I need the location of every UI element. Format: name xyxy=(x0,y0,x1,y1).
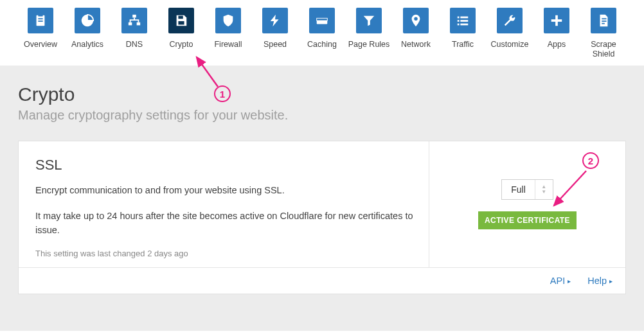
nav-label-customize: Customize xyxy=(490,40,528,49)
nav-label-traffic: Traffic xyxy=(452,40,474,49)
svg-rect-2 xyxy=(38,18,42,19)
api-link-label: API xyxy=(550,276,565,286)
stepper-arrows-icon: ▲▼ xyxy=(535,180,553,199)
ssl-mode-select[interactable]: Full ▲▼ xyxy=(501,179,553,200)
plus-icon xyxy=(544,8,569,33)
svg-rect-5 xyxy=(129,22,132,26)
page-body: Crypto Manage cryptography settings for … xyxy=(0,66,644,331)
api-link[interactable]: API ▸ xyxy=(550,276,571,286)
nav-item-speed[interactable]: Speed xyxy=(253,8,298,59)
card-footer: API ▸ Help ▸ xyxy=(19,267,625,294)
ssl-card-controls: Full ▲▼ ACTIVE CERTIFICATE xyxy=(429,141,625,267)
caret-right-icon: ▸ xyxy=(568,278,571,285)
nav-label-overview: Overview xyxy=(24,40,57,49)
nav-item-pagerules[interactable]: Page Rules xyxy=(346,8,391,59)
wrench-icon xyxy=(497,8,523,33)
svg-rect-17 xyxy=(460,24,468,26)
nav-item-customize[interactable]: Customize xyxy=(487,8,532,59)
ssl-card: SSL Encrypt communication to and from yo… xyxy=(18,141,626,294)
active-certificate-badge: ACTIVE CERTIFICATE xyxy=(478,211,577,229)
save-icon xyxy=(168,8,194,33)
nav-label-scrape: Scrape Shield xyxy=(581,40,626,59)
svg-rect-16 xyxy=(458,24,460,26)
nav-item-scrape[interactable]: Scrape Shield xyxy=(581,8,626,59)
svg-rect-4 xyxy=(132,15,136,18)
pin-icon xyxy=(403,8,429,33)
nav-item-caching[interactable]: Caching xyxy=(300,8,344,59)
nav-item-firewall[interactable]: Firewall xyxy=(206,8,251,59)
drive-icon xyxy=(309,8,335,33)
nav-label-caching: Caching xyxy=(307,40,337,49)
nav-label-analytics: Analytics xyxy=(71,40,103,49)
svg-rect-10 xyxy=(317,18,328,21)
nav-item-dns[interactable]: DNS xyxy=(112,8,157,59)
nav-label-pagerules: Page Rules xyxy=(348,40,390,49)
svg-rect-12 xyxy=(458,17,460,19)
svg-rect-6 xyxy=(137,22,141,26)
nav-item-network[interactable]: Network xyxy=(393,8,438,59)
bolt-icon xyxy=(262,8,288,33)
ssl-mode-value: Full xyxy=(502,180,535,199)
nav-label-network: Network xyxy=(401,40,431,49)
nav-label-crypto: Crypto xyxy=(170,40,193,49)
ssl-desc-1: Encrypt communication to and from your w… xyxy=(35,184,413,198)
help-link-label: Help xyxy=(587,276,607,286)
funnel-icon xyxy=(356,8,382,33)
ssl-heading: SSL xyxy=(35,157,413,173)
svg-rect-20 xyxy=(602,18,606,19)
nav-label-apps: Apps xyxy=(548,40,566,49)
list-icon xyxy=(450,8,476,33)
nav-label-firewall: Firewall xyxy=(214,40,242,49)
svg-rect-19 xyxy=(551,19,562,22)
page-subtitle: Manage cryptography settings for your we… xyxy=(18,108,626,123)
nav-item-overview[interactable]: Overview xyxy=(18,8,63,59)
nav-item-apps[interactable]: Apps xyxy=(534,8,579,59)
doc-icon xyxy=(591,8,616,33)
ssl-desc-2: It may take up to 24 hours after the sit… xyxy=(35,209,413,238)
nav-label-dns: DNS xyxy=(126,40,143,49)
nav-item-analytics[interactable]: Analytics xyxy=(65,8,110,59)
page-title: Crypto xyxy=(18,84,626,105)
ssl-card-body: SSL Encrypt communication to and from yo… xyxy=(19,141,429,267)
svg-rect-13 xyxy=(460,17,468,19)
nav-label-speed: Speed xyxy=(264,40,287,49)
pie-icon xyxy=(75,8,100,33)
svg-rect-3 xyxy=(38,21,42,22)
svg-rect-14 xyxy=(458,20,460,22)
svg-point-11 xyxy=(414,17,418,21)
svg-rect-8 xyxy=(178,21,184,24)
sitemap-icon xyxy=(121,8,147,33)
shield-icon xyxy=(215,8,241,33)
caret-right-icon: ▸ xyxy=(609,278,613,285)
top-nav: OverviewAnalyticsDNSCryptoFirewallSpeedC… xyxy=(0,0,644,59)
ssl-changed-meta: This setting was last changed 2 days ago xyxy=(35,249,413,258)
nav-item-crypto[interactable]: Crypto xyxy=(159,8,204,59)
nav-item-traffic[interactable]: Traffic xyxy=(440,8,485,59)
svg-rect-22 xyxy=(602,23,605,24)
clipboard-icon xyxy=(28,8,53,33)
svg-rect-7 xyxy=(178,16,183,19)
svg-rect-15 xyxy=(460,20,468,22)
help-link[interactable]: Help ▸ xyxy=(587,276,613,286)
svg-rect-1 xyxy=(38,14,42,17)
svg-rect-21 xyxy=(602,21,606,22)
